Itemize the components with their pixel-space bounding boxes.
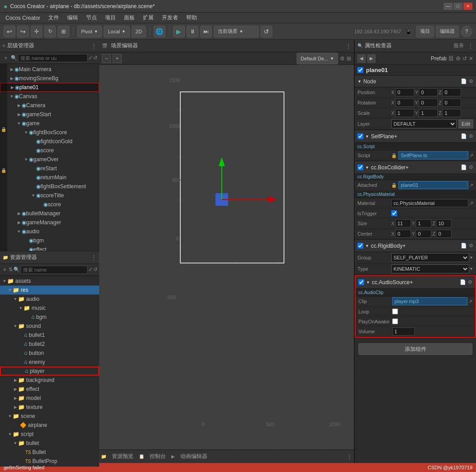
tree-item-movingscenebg[interactable]: ▶ ◉ movingSceneBg <box>0 74 99 83</box>
2d-button[interactable]: 2D <box>132 26 146 37</box>
material-input[interactable] <box>391 199 468 207</box>
tree-item-restart[interactable]: ◉ reStart <box>0 164 99 173</box>
center-z-input[interactable] <box>436 230 452 238</box>
selfplane-enable-checkbox[interactable] <box>357 133 363 139</box>
asset-item-audio[interactable]: ▼ 📁 audio <box>0 295 99 304</box>
tree-item-plane01[interactable]: ▶ ◉ plane01 <box>0 83 99 92</box>
scene-select[interactable]: 当前场景 ▼ <box>214 26 259 37</box>
asset-item-bullet1[interactable]: ♫ bullet1 <box>0 331 99 340</box>
add-component-button[interactable]: 添加组件 <box>358 343 472 355</box>
center-y-input[interactable] <box>416 230 431 238</box>
tree-item-maincamera[interactable]: ▶ ◉ Main Camera <box>0 65 99 74</box>
boxcollider-doc-icon[interactable]: 📄 <box>461 164 467 170</box>
expand-icon[interactable]: ⤢ <box>88 55 92 61</box>
pivot-button[interactable]: Pivot ▼ <box>77 26 102 37</box>
scale-z-input[interactable] <box>442 109 461 117</box>
tree-item-gameover[interactable]: ▼ ◉ gameOver <box>0 155 99 164</box>
audiosource-enable-checkbox[interactable] <box>358 279 364 285</box>
audiosource-settings-icon[interactable]: ⚙ <box>468 279 472 285</box>
material-link-icon[interactable]: ↗ <box>469 200 473 206</box>
isTrigger-checkbox[interactable] <box>391 210 397 216</box>
redo-button[interactable]: ↪ <box>17 26 29 37</box>
asset-item-assets[interactable]: ▼ 📁 assets <box>0 277 99 286</box>
menu-extend[interactable]: 扩展 <box>139 13 157 23</box>
nav-back-button[interactable]: ◀ <box>357 54 366 63</box>
asset-item-player[interactable]: ♫ player <box>0 367 99 376</box>
scene-more-icon[interactable]: ⊞ <box>347 55 351 62</box>
zoom-in-button[interactable]: + <box>113 54 122 63</box>
group-select[interactable]: SELF_PLAYER <box>391 253 469 262</box>
nav-forward-button[interactable]: ▶ <box>367 54 375 63</box>
minimize-button[interactable]: — <box>444 3 453 10</box>
assets-menu-icon[interactable]: ⋮ <box>91 254 96 261</box>
asset-item-background[interactable]: ▶ 📁 background <box>0 376 99 385</box>
tree-item-score[interactable]: ◉ score <box>0 146 99 155</box>
asset-item-effect[interactable]: ▶ 📁 effect <box>0 385 99 394</box>
asset-item-bullet2[interactable]: ♫ bullet2 <box>0 340 99 349</box>
layer-edit-button[interactable]: Edit <box>458 119 473 128</box>
clip-input[interactable] <box>392 297 467 305</box>
asset-item-script[interactable]: ▼ 📁 script <box>0 430 99 439</box>
selfplane-header[interactable]: ▼ SelfPlane+ 📄 ⚙ <box>355 130 476 143</box>
asset-item-music[interactable]: ▼ 📁 music <box>0 304 99 313</box>
scene-default-de[interactable]: Default De... ▼ <box>297 53 338 64</box>
zoom-out-button[interactable]: − <box>102 54 111 63</box>
size-z-input[interactable] <box>436 219 452 227</box>
menu-node[interactable]: 节点 <box>82 13 101 23</box>
boxcollider-enable-checkbox[interactable] <box>357 164 363 170</box>
center-x-input[interactable] <box>395 230 411 238</box>
close-prop-icon[interactable]: ✕ <box>469 55 473 62</box>
tree-item-audio[interactable]: ▼ ◉ audio <box>0 227 99 236</box>
tab-console[interactable]: 控制台 <box>146 452 169 461</box>
tree-item-bgm[interactable]: ◉ bgm <box>0 236 99 245</box>
rotation-z-input[interactable] <box>442 99 461 107</box>
menu-project[interactable]: 项目 <box>101 13 119 23</box>
clip-link-icon[interactable]: ↗ <box>468 299 472 304</box>
reload-icon[interactable]: ⚙ <box>456 55 461 62</box>
scene-settings-icon[interactable]: ⚙ <box>340 55 345 62</box>
asset-item-model[interactable]: ▶ 📁 model <box>0 394 99 403</box>
size-y-input[interactable] <box>416 219 431 227</box>
add-asset-button[interactable]: + <box>2 266 8 274</box>
tree-item-score2[interactable]: ◉ score <box>0 200 99 209</box>
tree-item-bulletmanager[interactable]: ▶ ◉ bulletManager <box>0 209 99 218</box>
menu-edit[interactable]: 编辑 <box>64 13 82 23</box>
asset-item-texture[interactable]: ▶ 📁 texture <box>0 403 99 412</box>
tree-item-fightboxsettlement[interactable]: ◉ fightBoxSettlement <box>0 182 99 191</box>
tree-item-scoretitle[interactable]: ▼ ◉ scoreTitle <box>0 191 99 200</box>
rigidbody-settings-icon[interactable]: ⚙ <box>469 243 473 249</box>
attached-link-icon[interactable]: ↗ <box>469 182 473 188</box>
tree-item-canvas[interactable]: ▼ ◉ Canvas <box>0 92 99 101</box>
scale-button[interactable]: ⊞ <box>58 26 69 37</box>
node-enable-checkbox[interactable] <box>357 67 363 73</box>
rigidbody-enable-checkbox[interactable] <box>357 243 363 249</box>
rotation-x-input[interactable] <box>395 99 414 107</box>
help-button[interactable]: ? <box>461 26 472 37</box>
rigidbody-doc-icon[interactable]: 📄 <box>461 243 467 249</box>
undo-button[interactable]: ↩ <box>4 26 15 37</box>
node-settings-icon[interactable]: ⚙ <box>469 78 473 84</box>
service-tab[interactable]: 服务 <box>453 42 464 50</box>
menu-panel[interactable]: 面板 <box>120 13 138 23</box>
node-doc-icon[interactable]: 📄 <box>461 78 467 84</box>
position-x-input[interactable] <box>395 88 414 96</box>
tree-item-fighticongold[interactable]: ◉ fightIconGold <box>0 137 99 146</box>
tree-item-gamestart[interactable]: ▶ ◉ gameStart <box>0 110 99 119</box>
rotation-y-input[interactable] <box>419 99 438 107</box>
rotate-button[interactable]: ↻ <box>44 26 56 37</box>
layer-select[interactable]: DEFAULT <box>391 119 457 128</box>
node-section-header[interactable]: ▼ Node 📄 ⚙ <box>355 76 476 87</box>
sort-icon[interactable]: ⇅ <box>9 267 13 272</box>
scene-editor-menu-icon[interactable]: ⋮ <box>346 43 351 49</box>
asset-item-enemy[interactable]: ♫ enemy <box>0 358 99 367</box>
asset-item-res[interactable]: ▼ 📁 res <box>0 286 99 295</box>
refresh-prop-icon[interactable]: ↺ <box>462 55 467 62</box>
bottom-menu-icon[interactable]: ⋮ <box>347 454 352 460</box>
scale-x-input[interactable] <box>395 109 414 117</box>
position-z-input[interactable] <box>442 88 461 96</box>
script-input[interactable] <box>398 151 468 159</box>
expand-assets-icon[interactable]: ⤢ <box>88 267 92 272</box>
type-select[interactable]: KINEMATIC <box>391 264 469 273</box>
tree-item-game[interactable]: ▼ ◉ game <box>0 119 99 128</box>
script-link-icon[interactable]: ↗ <box>469 153 473 159</box>
